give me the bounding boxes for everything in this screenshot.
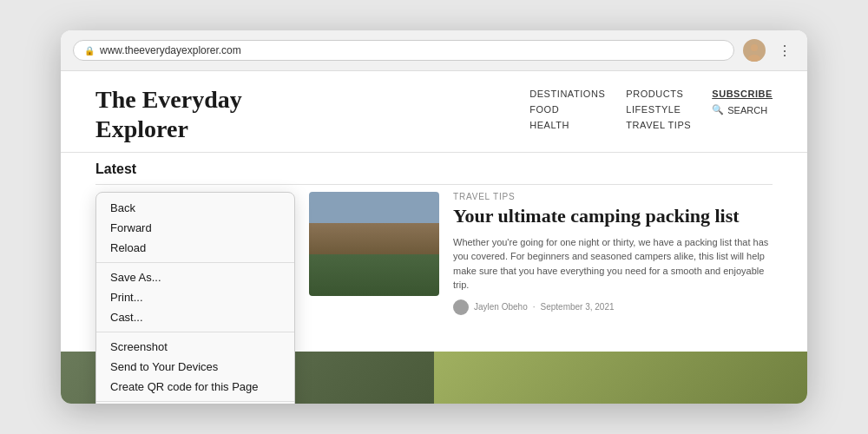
ctx-save-as[interactable]: Save As... [96,267,294,287]
nav-col-2: PRODUCTS LIFESTYLE TRAVEL TIPS [626,89,691,130]
article-date: September 3, 2021 [541,302,615,312]
nav-health[interactable]: HEALTH [529,120,605,130]
more-options-button[interactable]: ⋮ [774,41,795,61]
article-image [309,192,439,296]
lock-icon: 🔒 [84,46,95,56]
ctx-print[interactable]: Print... [96,287,294,307]
nav-food[interactable]: FOOD [529,104,605,115]
browser-chrome: 🔒 www.theeverydayexplorer.com ⋮ [61,30,807,71]
nav-col-1: DESTINATIONS FOOD HEALTH [529,89,605,130]
article-excerpt: Whether you're going for one night or th… [453,235,773,293]
site-title: The Everyday Explorer [95,85,242,143]
address-bar[interactable]: 🔒 www.theeverydayexplorer.com [73,40,734,61]
ctx-back[interactable]: Back [96,198,294,218]
latest-heading: Latest [95,161,773,177]
ctx-divider-1 [96,262,294,263]
nav-subscribe[interactable]: SUBSCRIBE [712,89,773,99]
ctx-cast[interactable]: Cast... [96,307,294,327]
site-header: The Everyday Explorer DESTINATIONS FOOD … [61,71,807,153]
nav-search[interactable]: 🔍 SEARCH [712,104,773,115]
ctx-divider-3 [96,401,294,402]
ctx-forward[interactable]: Forward [96,218,294,238]
article-image-visual [309,192,439,296]
ctx-qr-code[interactable]: Create QR code for this Page [96,377,294,397]
nav-travel-tips[interactable]: TRAVEL TIPS [626,120,691,130]
nav-destinations[interactable]: DESTINATIONS [529,89,605,99]
page-content: The Everyday Explorer DESTINATIONS FOOD … [61,71,807,404]
thumb-2 [434,352,807,404]
section-divider [95,184,773,185]
svg-point-2 [751,44,758,51]
ctx-screenshot[interactable]: Screenshot [96,337,294,357]
site-nav: DESTINATIONS FOOD HEALTH PRODUCTS LIFEST… [529,85,773,130]
context-menu: Back Forward Reload Save As... Print... … [95,192,295,404]
svg-point-3 [748,55,760,62]
article-meta: Jaylen Obeho · September 3, 2021 [453,299,773,315]
url-text: www.theeverydayexplorer.com [100,44,241,56]
nav-col-3: SUBSCRIBE 🔍 SEARCH [712,89,773,130]
nav-products[interactable]: PRODUCTS [626,89,691,99]
article-category: TRAVEL TIPS [453,192,773,201]
ctx-divider-2 [96,332,294,332]
browser-window: 🔒 www.theeverydayexplorer.com ⋮ The Ever… [61,30,807,404]
avatar[interactable] [743,39,766,62]
search-icon: 🔍 [712,104,724,115]
nav-lifestyle[interactable]: LIFESTYLE [626,104,691,115]
ctx-send-devices[interactable]: Send to Your Devices [96,357,294,377]
latest-section: Latest [61,153,807,185]
article-date-separator: · [533,302,536,312]
article-author: Jaylen Obeho [474,302,528,312]
article-headline[interactable]: Your ultimate camping packing list [453,205,773,227]
author-avatar [453,299,469,315]
ctx-reload[interactable]: Reload [96,238,294,258]
